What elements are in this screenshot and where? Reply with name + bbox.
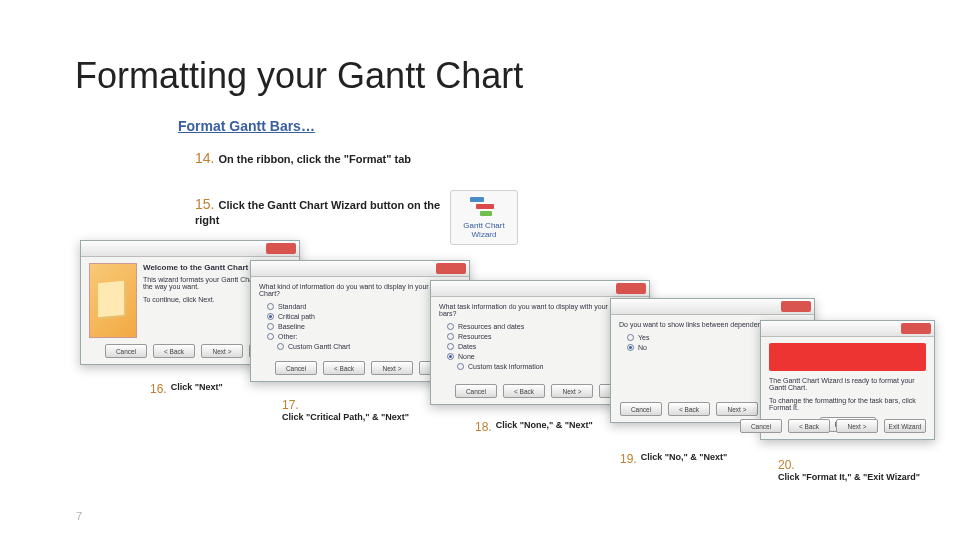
cancel-button[interactable]: Cancel bbox=[740, 419, 782, 433]
back-button[interactable]: < Back bbox=[323, 361, 365, 375]
caption-16: 16.Click "Next" bbox=[150, 382, 223, 396]
caption-19-num: 19. bbox=[620, 452, 637, 466]
cancel-button[interactable]: Cancel bbox=[275, 361, 317, 375]
close-icon[interactable] bbox=[901, 323, 931, 334]
caption-18-num: 18. bbox=[475, 420, 492, 434]
step-15-text: Click the Gantt Chart Wizard button on t… bbox=[195, 199, 440, 226]
dialog-heading: The Gantt Chart Wizard is ready to forma… bbox=[769, 377, 926, 391]
wizard-banner-icon bbox=[89, 263, 137, 338]
next-button[interactable]: Next > bbox=[716, 402, 758, 416]
caption-20: 20.Click "Format It," & "Exit Wizard" bbox=[778, 458, 928, 483]
caption-17-num: 17. bbox=[282, 398, 299, 412]
step-15-number: 15. bbox=[195, 196, 214, 212]
caption-18-text: Click "None," & "Next" bbox=[496, 420, 593, 430]
caption-16-text: Click "Next" bbox=[171, 382, 223, 392]
format-strip bbox=[769, 343, 926, 371]
wizard-icon-label: Gantt Chart Wizard bbox=[451, 221, 517, 239]
cancel-button[interactable]: Cancel bbox=[455, 384, 497, 398]
gantt-chart-wizard-button[interactable]: Gantt Chart Wizard bbox=[450, 190, 518, 245]
back-button[interactable]: < Back bbox=[153, 344, 195, 358]
section-title: Format Gantt Bars… bbox=[178, 118, 315, 134]
back-button[interactable]: < Back bbox=[788, 419, 830, 433]
caption-17: 17.Click "Critical Path," & "Next" bbox=[282, 398, 412, 423]
step-14-text: On the ribbon, click the "Format" tab bbox=[218, 153, 411, 165]
caption-19-text: Click "No," & "Next" bbox=[641, 452, 728, 462]
back-button[interactable]: < Back bbox=[668, 402, 710, 416]
dialog-titlebar bbox=[761, 321, 934, 337]
dialog-titlebar bbox=[81, 241, 299, 257]
caption-17-text: Click "Critical Path," & "Next" bbox=[282, 412, 409, 422]
back-button[interactable]: < Back bbox=[503, 384, 545, 398]
step-14-number: 14. bbox=[195, 150, 214, 166]
exit-wizard-button[interactable]: Exit Wizard bbox=[884, 419, 926, 433]
cancel-button[interactable]: Cancel bbox=[105, 344, 147, 358]
close-icon[interactable] bbox=[616, 283, 646, 294]
close-icon[interactable] bbox=[436, 263, 466, 274]
close-icon[interactable] bbox=[266, 243, 296, 254]
dialog-titlebar bbox=[251, 261, 469, 277]
caption-19: 19.Click "No," & "Next" bbox=[620, 452, 727, 466]
caption-18: 18.Click "None," & "Next" bbox=[475, 420, 593, 434]
dialog-desc: To change the formatting for the task ba… bbox=[769, 397, 926, 411]
dialog-titlebar bbox=[431, 281, 649, 297]
caption-20-text: Click "Format It," & "Exit Wizard" bbox=[778, 472, 920, 482]
wizard-dialog-format-it: The Gantt Chart Wizard is ready to forma… bbox=[760, 320, 935, 440]
step-15: 15.Click the Gantt Chart Wizard button o… bbox=[195, 195, 455, 227]
caption-16-num: 16. bbox=[150, 382, 167, 396]
step-14: 14.On the ribbon, click the "Format" tab bbox=[195, 150, 411, 166]
next-button[interactable]: Next > bbox=[551, 384, 593, 398]
next-button[interactable]: Next > bbox=[836, 419, 878, 433]
gantt-bars-icon bbox=[470, 197, 498, 219]
dialog-titlebar bbox=[611, 299, 814, 315]
next-button[interactable]: Next > bbox=[371, 361, 413, 375]
next-button[interactable]: Next > bbox=[201, 344, 243, 358]
close-icon[interactable] bbox=[781, 301, 811, 312]
caption-20-num: 20. bbox=[778, 458, 795, 472]
cancel-button[interactable]: Cancel bbox=[620, 402, 662, 416]
page-number: 7 bbox=[76, 510, 82, 522]
page-title: Formatting your Gantt Chart bbox=[75, 55, 523, 97]
